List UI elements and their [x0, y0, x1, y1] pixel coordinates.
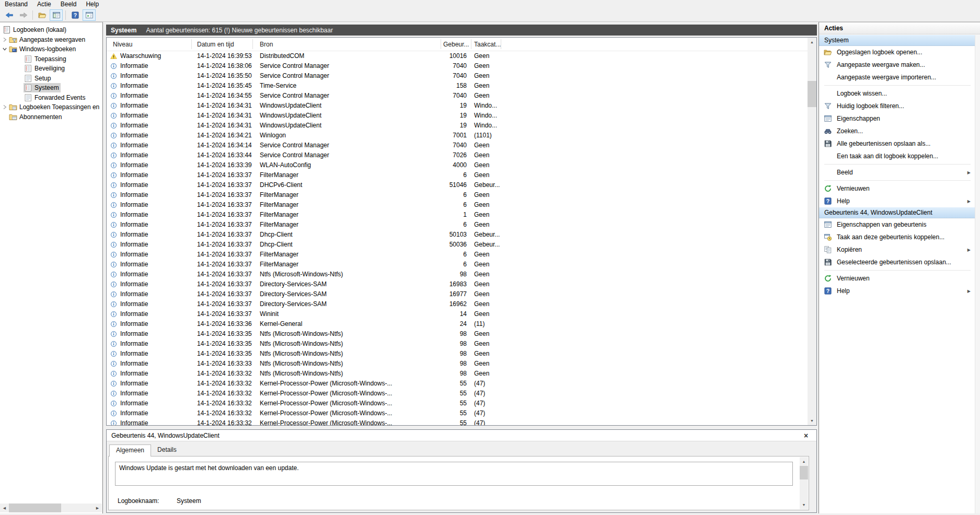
tree-item-logboeken-toepassingen-en[interactable]: Logboeken Toepassingen en — [0, 102, 102, 112]
chevron-right-icon[interactable] — [1, 103, 8, 111]
event-row[interactable]: Informatie14-1-2024 16:33:37Ntfs (Micros… — [107, 270, 808, 279]
column-header-datum[interactable]: Datum en tijd — [197, 41, 234, 48]
event-row[interactable]: Informatie14-1-2024 16:38:06Service Cont… — [107, 61, 808, 71]
tree-item-beveiliging[interactable]: Beveiliging — [0, 64, 102, 74]
event-row[interactable]: Waarschuwing14-1-2024 16:39:53Distribute… — [107, 51, 808, 61]
event-row[interactable]: Informatie14-1-2024 16:33:37Directory-Se… — [107, 289, 808, 299]
action-beeld[interactable]: Beeld▶ — [819, 166, 975, 179]
scroll-left-icon[interactable]: ◀ — [0, 504, 9, 512]
column-divider[interactable] — [252, 39, 253, 49]
tree-item-forwarded-events[interactable]: Forwarded Events — [0, 93, 102, 103]
console-tree-button[interactable] — [50, 9, 63, 21]
preview-scrollbar-thumb[interactable] — [800, 466, 808, 479]
event-row[interactable]: Informatie14-1-2024 16:33:35Ntfs (Micros… — [107, 339, 808, 349]
column-divider[interactable] — [471, 39, 471, 49]
event-row[interactable]: Informatie14-1-2024 16:33:37FilterManage… — [107, 200, 808, 210]
event-list-scrollbar-thumb[interactable] — [808, 81, 816, 107]
event-row[interactable]: Informatie14-1-2024 16:34:14Service Cont… — [107, 141, 808, 150]
event-row[interactable]: Informatie14-1-2024 16:33:37Directory-Se… — [107, 279, 808, 289]
help-button[interactable]: ? — [68, 9, 82, 21]
action-logboek-wissen[interactable]: Logboek wissen... — [819, 87, 975, 100]
event-row[interactable]: Informatie14-1-2024 16:35:50Service Cont… — [107, 71, 808, 81]
chevron-right-icon[interactable] — [1, 36, 8, 43]
actions-scrollbar[interactable] — [975, 35, 980, 513]
back-button[interactable] — [3, 9, 16, 21]
event-list-scrollbar[interactable]: ▲ ▼ — [808, 38, 816, 425]
tree-item-toepassing[interactable]: Toepassing — [0, 54, 102, 64]
event-row[interactable]: Informatie14-1-2024 16:33:33Ntfs (Micros… — [107, 359, 808, 369]
column-header-taakcategorie[interactable]: Taakcat... — [474, 41, 501, 48]
event-row[interactable]: Informatie14-1-2024 16:34:21Winlogon7001… — [107, 131, 808, 141]
chevron-down-icon[interactable] — [1, 45, 8, 53]
event-row[interactable]: Informatie14-1-2024 16:33:37Dhcp-Client5… — [107, 240, 808, 250]
action-taak-aan-deze-gebeurtenis-koppelen[interactable]: Taak aan deze gebeurtenis koppelen... — [819, 231, 975, 243]
tree-item-setup[interactable]: Setup — [0, 74, 102, 84]
scroll-right-icon[interactable]: ▶ — [93, 504, 102, 512]
event-row[interactable]: Informatie14-1-2024 16:33:37Wininit14Gee… — [107, 309, 808, 319]
event-row[interactable]: Informatie14-1-2024 16:34:55Service Cont… — [107, 91, 808, 101]
tree-item-logboeken-lokaal[interactable]: Logboeken (lokaal) — [0, 25, 102, 35]
event-row[interactable]: Informatie14-1-2024 16:33:32Ntfs (Micros… — [107, 369, 808, 379]
event-row[interactable]: Informatie14-1-2024 16:33:32Kernel-Proce… — [107, 408, 808, 418]
event-row[interactable]: Informatie14-1-2024 16:33:37Directory-Se… — [107, 299, 808, 309]
open-saved-log-button[interactable] — [36, 9, 49, 21]
action-vernieuwen[interactable]: Vernieuwen — [819, 182, 975, 195]
event-row[interactable]: Informatie14-1-2024 16:33:37FilterManage… — [107, 170, 808, 180]
actions-section-gebeurtenis-44-windowsupdateclient[interactable]: Gebeurtenis 44, WindowsUpdateClient — [819, 207, 975, 218]
event-row[interactable]: Informatie14-1-2024 16:33:35Ntfs (Micros… — [107, 329, 808, 339]
column-header-gebeurtenis-id[interactable]: Gebeur... — [443, 41, 469, 48]
event-row[interactable]: Informatie14-1-2024 16:34:31WindowsUpdat… — [107, 111, 808, 121]
menu-bestand[interactable]: Bestand — [0, 0, 32, 8]
tree-item-aangepaste-weergaven[interactable]: Aangepaste weergaven — [0, 35, 102, 45]
event-row[interactable]: Informatie14-1-2024 16:33:37FilterManage… — [107, 250, 808, 260]
tree-item-abonnementen[interactable]: Abonnementen — [0, 112, 102, 122]
menu-beeld[interactable]: Beeld — [56, 0, 82, 8]
show-action-pane-button[interactable] — [83, 9, 96, 21]
event-row[interactable]: Informatie14-1-2024 16:33:32Kernel-Proce… — [107, 399, 808, 408]
action-geselecteerde-gebeurtenissen-opslaan[interactable]: Geselecteerde gebeurtenissen opslaan... — [819, 256, 975, 268]
event-row[interactable]: Informatie14-1-2024 16:34:31WindowsUpdat… — [107, 121, 808, 131]
column-divider[interactable] — [441, 39, 441, 49]
tree-scrollbar-thumb[interactable] — [9, 504, 61, 512]
event-row[interactable]: Informatie14-1-2024 16:33:32Kernel-Proce… — [107, 389, 808, 399]
event-row[interactable]: Informatie14-1-2024 16:33:37FilterManage… — [107, 220, 808, 230]
tree-item-windows-logboeken[interactable]: Windows-logboeken — [0, 44, 102, 54]
event-row[interactable]: Informatie14-1-2024 16:33:32Kernel-Proce… — [107, 379, 808, 389]
tree-item-systeem[interactable]: Systeem — [0, 83, 102, 93]
event-row[interactable]: Informatie14-1-2024 16:33:32Kernel-Proce… — [107, 418, 808, 425]
scroll-down-icon[interactable]: ▼ — [808, 416, 816, 425]
event-row[interactable]: Informatie14-1-2024 16:33:37Dhcp-Client5… — [107, 230, 808, 240]
action-help[interactable]: ?Help▶ — [819, 285, 975, 297]
event-row[interactable]: Informatie14-1-2024 16:35:45Time-Service… — [107, 81, 808, 91]
action-eigenschappen-van-gebeurtenis[interactable]: Eigenschappen van gebeurtenis — [819, 218, 975, 231]
scroll-down-icon[interactable]: ▼ — [800, 500, 808, 509]
tab-details[interactable]: Details — [151, 444, 183, 457]
action-zoeken[interactable]: Zoeken... — [819, 125, 975, 137]
event-row[interactable]: Informatie14-1-2024 16:33:44Service Cont… — [107, 150, 808, 160]
tab-algemeen[interactable]: Algemeen — [109, 444, 151, 457]
event-message-box[interactable]: Windows Update is gestart met het downlo… — [115, 462, 793, 486]
event-row[interactable]: Informatie14-1-2024 16:33:37DHCPv6-Clien… — [107, 180, 808, 190]
action-vernieuwen[interactable]: Vernieuwen — [819, 272, 975, 285]
preview-scrollbar[interactable]: ▲ ▼ — [800, 457, 808, 509]
action-alle-gebeurtenissen-opslaan-als[interactable]: Alle gebeurtenissen opslaan als... — [819, 137, 975, 150]
action-kopi-ren[interactable]: Kopiëren▶ — [819, 243, 975, 256]
close-icon[interactable]: × — [802, 430, 810, 441]
action-aangepaste-weergave-maken[interactable]: Aangepaste weergave maken... — [819, 58, 975, 71]
actions-section-systeem[interactable]: Systeem — [819, 35, 975, 46]
event-row[interactable]: Informatie14-1-2024 16:33:35Ntfs (Micros… — [107, 349, 808, 359]
menu-help[interactable]: Help — [81, 0, 103, 8]
action-aangepaste-weergave-importeren[interactable]: Aangepaste weergave importeren... — [819, 71, 975, 84]
event-row[interactable]: Informatie14-1-2024 16:33:37FilterManage… — [107, 260, 808, 270]
column-divider[interactable] — [501, 39, 501, 49]
menu-actie[interactable]: Actie — [32, 0, 56, 8]
scroll-up-icon[interactable]: ▲ — [808, 38, 816, 46]
event-row[interactable]: Informatie14-1-2024 16:33:37FilterManage… — [107, 210, 808, 220]
action-opgeslagen-logboek-openen[interactable]: Opgeslagen logboek openen... — [819, 46, 975, 58]
column-header-bron[interactable]: Bron — [260, 41, 273, 48]
action-eigenschappen[interactable]: Eigenschappen — [819, 112, 975, 125]
event-row[interactable]: Informatie14-1-2024 16:33:36Kernel-Gener… — [107, 319, 808, 329]
event-row[interactable]: Informatie14-1-2024 16:33:37FilterManage… — [107, 190, 808, 200]
column-divider[interactable] — [191, 39, 192, 49]
column-header-niveau[interactable]: Niveau — [113, 41, 132, 48]
